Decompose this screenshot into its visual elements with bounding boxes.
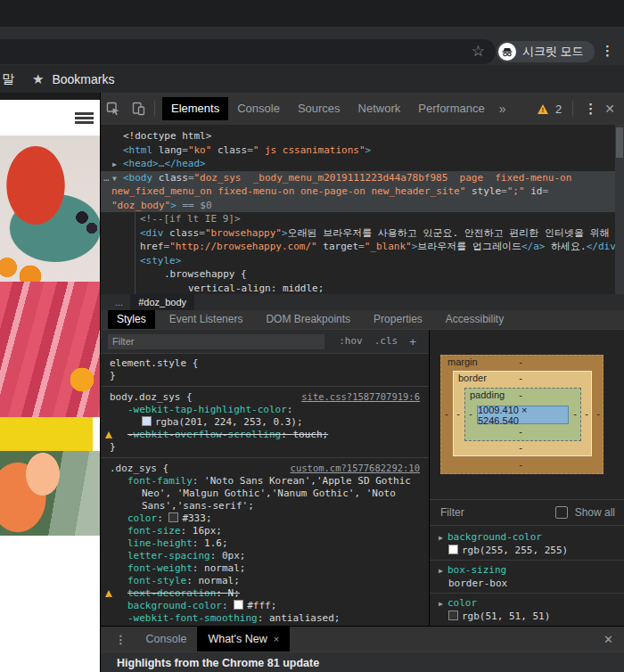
code-line[interactable]: <div class="browsehappy">오래된 브라우저를 사용하고 … [101,226,624,241]
devtools-toolbar: ElementsConsoleSourcesNetworkPerformance… [101,93,624,126]
sidebar-tab-properties[interactable]: Properties [365,310,431,329]
styles-filter-input[interactable]: Filter [108,334,324,349]
hov-toggle[interactable]: :hov [339,335,363,348]
css-declaration[interactable]: font-weight: normal; [101,562,420,575]
show-all-checkbox[interactable] [555,506,568,519]
padding-left-value[interactable]: - [467,408,474,419]
drawer-tab-whats-new[interactable]: What's New× [197,627,290,652]
padding-bottom-value[interactable]: - [517,426,524,437]
browser-toolbar: ☆ 시크릿 모드 ⋮ [0,27,624,65]
css-declaration[interactable]: -webkit-font-smoothing: antialiased; [101,612,420,625]
code-line[interactable]: <!doctype html> [101,129,624,143]
stylesheet-link[interactable]: custom.cm?1577682292:10 [291,462,420,474]
css-declaration[interactable]: font-family: 'Noto Sans Korean','Apple S… [101,475,420,512]
css-declaration[interactable]: font-size: 16px; [101,525,420,537]
browser-tab-strip [0,0,624,27]
warning-icon[interactable] [538,104,548,114]
css-declaration[interactable]: font-style: normal; [101,575,420,587]
computed-filter-input[interactable]: Filter [440,506,464,519]
style-rule[interactable]: element.style {} [101,354,429,387]
code-line[interactable]: …▼<body class="doz_sys _body_menu_m20191… [101,171,624,185]
sidebar-tab-accessibility[interactable]: Accessibility [437,310,513,329]
box-model[interactable]: 1009.410 × 5246.540 margin border paddin… [440,355,603,474]
computed-property-name[interactable]: ▶color [439,596,624,610]
css-declaration[interactable]: letter-spacing: 0px; [101,550,420,562]
bookmarks-folder-star-icon[interactable]: ★ [32,71,44,87]
show-all-label[interactable]: Show all [575,506,615,519]
border-right-value[interactable]: - [583,408,590,419]
expand-icon: ▶ [112,158,117,172]
toolbar-separator [154,101,155,117]
sidebar-tab-styles[interactable]: Styles [108,310,155,329]
drawer-menu-icon[interactable]: ⋮ [115,633,127,646]
border-bottom-value[interactable]: - [517,442,524,453]
whats-new-message[interactable]: Highlights from the Chrome 81 update [117,657,319,669]
border-label: border [458,373,487,383]
css-declaration[interactable]: -webkit-overflow-scrolling: touch; [101,429,420,441]
border-top-value[interactable]: - [517,373,524,383]
code-line[interactable]: <html lang="ko" class=" js cssanimations… [101,143,624,158]
tab-console[interactable]: Console [228,97,289,120]
computed-pane: 1009.410 × 5246.540 margin border paddin… [430,330,624,626]
code-line[interactable]: <!--[if lt IE 9]> [101,212,624,226]
code-line[interactable]: vertical-align: middle; [101,282,624,295]
drawer-close-icon[interactable]: ✕ [603,633,613,646]
bookmark-item-partial[interactable]: 말 [2,71,14,87]
tab-close-icon[interactable]: × [274,634,279,644]
inspect-element-icon[interactable] [101,97,126,120]
breadcrumb-more[interactable]: ... [101,297,130,307]
devtools-close-icon[interactable]: ✕ [604,102,615,116]
tab-network[interactable]: Network [349,97,410,120]
css-declaration[interactable]: background-color: #fff; [101,600,420,612]
cls-toggle[interactable]: .cls [374,335,398,348]
new-style-rule-button[interactable]: + [409,335,416,348]
browser-menu-icon[interactable]: ⋮ [601,43,614,59]
breadcrumb-current[interactable]: #doz_body [130,294,194,310]
padding-top-value[interactable]: - [517,389,524,400]
css-declaration[interactable]: -webkit-tap-highlight-color: rgba(201, 2… [101,404,420,429]
more-tabs-icon[interactable]: » [499,102,506,116]
elements-code: <!doctype html><html lang="ko" class=" j… [101,129,624,294]
code-line[interactable]: new_fixed_menu_on fixed-menu-on one-page… [101,184,624,199]
code-line[interactable]: ▶<head>…</head> [101,157,624,171]
stylesheet-link[interactable]: site.css?1587707919:6 [301,390,420,403]
bookmark-star-icon[interactable]: ☆ [472,43,485,61]
styles-filter-row: Filter :hov .cls + [101,330,429,354]
margin-top-value[interactable]: - [517,356,524,367]
css-declaration[interactable]: color: #333; [101,512,420,525]
computed-property-name[interactable]: ▶box-sizing [439,563,624,577]
devtools-menu-icon[interactable]: ⋮ [584,101,597,117]
box-model-content[interactable]: 1009.410 × 5246.540 [477,406,569,424]
styles-pane: Filter :hov .cls + element.style {}body.… [101,330,430,626]
tab-performance[interactable]: Performance [409,97,493,120]
code-line[interactable]: "doz_body"> == $0 [101,199,624,213]
computed-property-name[interactable]: ▶background-color [439,530,624,544]
code-line[interactable]: href="http://browsehappy.com/" target="_… [101,240,624,254]
incognito-label: 시크릿 모드 [522,44,584,60]
breadcrumb: ... #doz_body [101,294,624,311]
drawer-tab-console[interactable]: Console [135,627,198,652]
sidebar-tab-event-listeners[interactable]: Event Listeners [160,310,252,329]
sidebar-tab-dom-breakpoints[interactable]: DOM Breakpoints [257,310,359,329]
style-rule[interactable]: .doz_sys {custom.cm?1577682292:10font-fa… [101,458,429,626]
margin-bottom-value[interactable]: - [517,459,524,470]
margin-right-value[interactable]: - [595,408,602,419]
warning-count[interactable]: 2 [555,102,562,116]
device-toolbar-icon[interactable] [126,97,151,120]
address-bar[interactable]: ☆ [0,39,496,64]
padding-right-value[interactable]: - [571,408,579,419]
style-rule[interactable]: body.doz_sys {site.css?1587707919:6-webk… [101,387,429,458]
browser-window: ☆ 시크릿 모드 ⋮ 말 ★ Bookmarks [0,0,624,672]
code-line[interactable]: .browsehappy { [101,267,624,282]
code-line[interactable]: <style> [101,254,624,268]
hamburger-menu-icon[interactable] [75,112,94,124]
tab-elements[interactable]: Elements [162,97,228,120]
elements-scrollbar[interactable] [615,125,624,294]
tab-sources[interactable]: Sources [289,97,349,120]
bookmarks-folder-label[interactable]: Bookmarks [52,72,114,86]
css-declaration[interactable]: text-decoration: N; [101,587,420,600]
devtools-panel: ElementsConsoleSourcesNetworkPerformance… [100,93,624,672]
css-declaration[interactable]: line-height: 1.6; [101,537,420,550]
border-left-value[interactable]: - [455,408,462,419]
margin-left-value[interactable]: - [443,408,450,419]
